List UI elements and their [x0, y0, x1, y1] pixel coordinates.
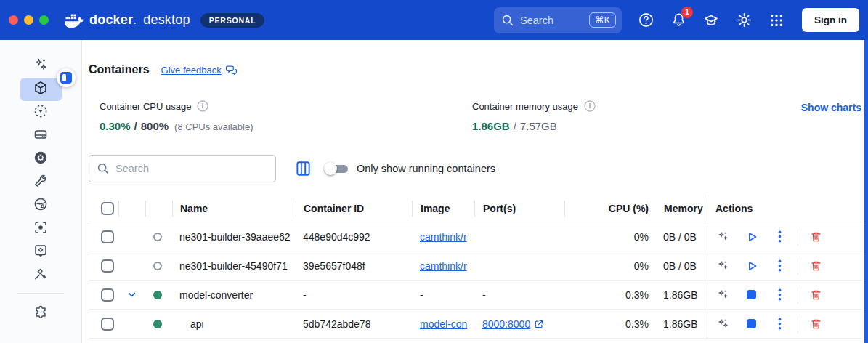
- container-search-input[interactable]: [115, 163, 268, 174]
- container-memory: 0B / 0B: [649, 231, 707, 243]
- container-name: ne301-builder-39aaee62: [172, 231, 296, 243]
- globe-icon: [33, 197, 48, 214]
- sidebar-item-builds[interactable]: [20, 148, 62, 171]
- help-button[interactable]: [637, 12, 654, 29]
- ask-gordon-action-icon[interactable]: [717, 259, 729, 272]
- row-checkbox[interactable]: [101, 230, 114, 243]
- container-memory: 1.86GB: [649, 289, 707, 301]
- table-header-row: Name Container ID Image Port(s) CPU (%) …: [89, 195, 861, 222]
- more-actions-button[interactable]: [774, 230, 786, 243]
- sign-in-button[interactable]: Sign in: [802, 8, 859, 32]
- ask-gordon-action-icon[interactable]: [717, 318, 729, 330]
- window-edge-strip: [864, 40, 868, 343]
- extension-box-icon: [33, 243, 48, 261]
- sidebar-collapse-toggle[interactable]: [57, 68, 76, 87]
- header-container-id[interactable]: Container ID: [296, 201, 412, 217]
- cpu-note: (8 CPUs available): [174, 121, 253, 132]
- sidebar-item-ask-gordon[interactable]: [20, 55, 62, 78]
- stop-button[interactable]: [745, 290, 758, 299]
- settings-button[interactable]: [735, 12, 753, 29]
- sidebar-panel-icon: [60, 72, 72, 84]
- zoom-window-button[interactable]: [39, 15, 49, 25]
- select-all-checkbox[interactable]: [101, 202, 114, 215]
- main-panel: Containers Give feedback Container CPU u…: [82, 40, 868, 343]
- search-placeholder-text: Search: [520, 15, 583, 26]
- ask-gordon-action-icon[interactable]: [717, 288, 729, 301]
- sidebar-item-debug[interactable]: [20, 264, 62, 287]
- status-stopped-icon: [153, 233, 162, 241]
- search-icon: [97, 162, 110, 175]
- sidebar-item-marketplace[interactable]: [20, 302, 62, 326]
- memory-used-value: 1.86GB: [472, 120, 510, 132]
- containers-icon: [33, 81, 48, 98]
- container-cpu: 0.3%: [564, 289, 649, 301]
- start-button[interactable]: [745, 231, 758, 243]
- container-name: api: [172, 318, 296, 330]
- window-controls: [9, 15, 49, 25]
- header-cpu[interactable]: CPU (%): [564, 201, 649, 217]
- collapse-chevron-icon[interactable]: [126, 289, 137, 300]
- sidebar-item-toolkit[interactable]: [20, 171, 62, 194]
- sidebar-item-scout[interactable]: [20, 217, 62, 241]
- container-name[interactable]: model-converter: [179, 289, 253, 301]
- row-checkbox[interactable]: [101, 259, 114, 273]
- container-id: 448e90d4c992: [296, 231, 412, 243]
- sidebar-item-images[interactable]: [20, 101, 62, 124]
- sidebar-item-volumes[interactable]: [20, 124, 62, 148]
- ask-gordon-action-icon[interactable]: [717, 230, 729, 243]
- header-memory[interactable]: Memory: [649, 201, 707, 217]
- info-icon[interactable]: [584, 100, 596, 112]
- status-running-icon: [153, 320, 162, 328]
- image-link[interactable]: camthink/r: [420, 260, 467, 272]
- minimize-window-button[interactable]: [24, 15, 33, 25]
- notifications-button[interactable]: 1: [670, 12, 687, 29]
- delete-button[interactable]: [810, 230, 822, 243]
- container-group-row[interactable]: model-converter - - - 0.3% 1.86GB: [89, 281, 861, 310]
- delete-button[interactable]: [810, 288, 822, 302]
- learning-center-button[interactable]: [702, 12, 720, 29]
- more-actions-button[interactable]: [774, 288, 786, 301]
- running-only-toggle[interactable]: Only show running containers: [324, 161, 495, 176]
- close-window-button[interactable]: [9, 15, 18, 25]
- more-actions-button[interactable]: [774, 259, 786, 272]
- image-link[interactable]: model-con: [420, 318, 467, 330]
- global-search[interactable]: Search ⌘K: [494, 7, 622, 33]
- external-link-icon: [534, 319, 544, 329]
- container-id: 5db742abde78: [296, 318, 412, 330]
- status-stopped-icon: [153, 262, 162, 270]
- header-image[interactable]: Image: [412, 201, 474, 217]
- show-charts-link[interactable]: Show charts: [801, 102, 861, 113]
- port-link[interactable]: 8000:8000: [482, 318, 530, 330]
- container-id: 39e5657f048f: [296, 260, 412, 272]
- container-row[interactable]: ne301-builder-39aaee62 448e90d4c992 camt…: [89, 222, 861, 251]
- header-name[interactable]: Name: [172, 201, 296, 217]
- sidebar-item-docker-hub[interactable]: [20, 194, 62, 217]
- row-checkbox[interactable]: [101, 318, 114, 331]
- delete-button[interactable]: [810, 318, 822, 331]
- docker-whale-icon: [65, 13, 84, 28]
- stop-button[interactable]: [745, 319, 758, 328]
- scout-icon: [33, 220, 48, 238]
- sidebar-item-containers[interactable]: [20, 78, 62, 101]
- start-button[interactable]: [745, 260, 758, 272]
- image-link[interactable]: camthink/r: [420, 231, 467, 243]
- page-title: Containers: [89, 63, 150, 76]
- container-row[interactable]: api 5db742abde78 model-con 8000:8000 0.3…: [89, 310, 861, 339]
- cpu-total-value: 800%: [141, 120, 169, 132]
- row-checkbox[interactable]: [101, 288, 114, 302]
- header-ports[interactable]: Port(s): [474, 201, 564, 217]
- cpu-usage-label: Container CPU usage: [100, 101, 191, 112]
- container-row[interactable]: ne301-builder-45490f71 39e5657f048f camt…: [89, 251, 861, 281]
- container-id: -: [296, 289, 412, 301]
- more-actions-button[interactable]: [774, 318, 786, 330]
- container-memory: 1.86GB: [649, 318, 707, 330]
- info-icon[interactable]: [197, 100, 208, 112]
- toggle-switch[interactable]: [324, 161, 349, 176]
- sidebar-item-extensions[interactable]: [20, 241, 62, 264]
- column-settings-button[interactable]: [295, 160, 312, 177]
- give-feedback-link[interactable]: Give feedback: [161, 65, 238, 76]
- search-icon: [501, 14, 514, 27]
- builds-icon: [33, 150, 48, 168]
- apps-grid-button[interactable]: [768, 12, 785, 29]
- delete-button[interactable]: [810, 259, 822, 273]
